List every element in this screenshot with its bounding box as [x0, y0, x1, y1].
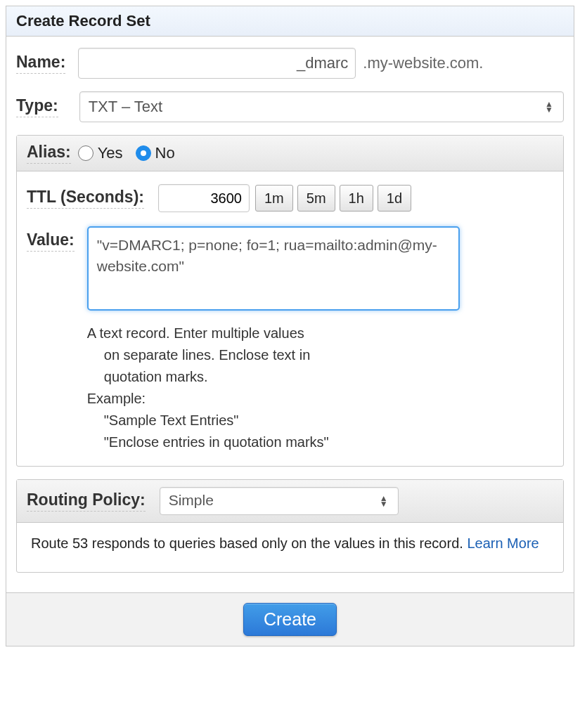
- ttl-1m-button[interactable]: 1m: [255, 185, 293, 212]
- routing-description-text: Route 53 responds to queries based only …: [31, 535, 467, 551]
- name-row: Name: .my-website.com.: [16, 48, 564, 79]
- alias-yes-label: Yes: [98, 144, 123, 162]
- alias-no-radio[interactable]: No: [136, 144, 175, 162]
- name-label: Name:: [16, 53, 65, 74]
- type-select[interactable]: TXT – Text ▲▼: [79, 91, 564, 122]
- alias-no-label: No: [155, 144, 175, 162]
- type-selected-value: TXT – Text: [89, 98, 163, 115]
- routing-select[interactable]: Simple ▲▼: [160, 487, 399, 515]
- learn-more-link[interactable]: Learn More: [467, 535, 539, 551]
- help-line: on separate lines. Enclose text in: [87, 344, 553, 366]
- routing-label: Routing Policy:: [27, 490, 146, 512]
- routing-selected-value: Simple: [169, 492, 214, 508]
- routing-panel: Routing Policy: Simple ▲▼ Route 53 respo…: [16, 479, 564, 573]
- value-help-text: A text record. Enter multiple values on …: [87, 323, 553, 453]
- ttl-input[interactable]: [158, 184, 250, 212]
- alias-body: TTL (Seconds): 1m 5m 1h 1d Value: "v=DMA…: [17, 171, 563, 466]
- help-example-label: Example:: [87, 391, 146, 406]
- type-label: Type:: [16, 96, 58, 117]
- ttl-row: TTL (Seconds): 1m 5m 1h 1d: [27, 184, 553, 212]
- ttl-1h-button[interactable]: 1h: [340, 185, 373, 212]
- domain-suffix: .my-website.com.: [363, 54, 483, 72]
- value-textarea[interactable]: "v=DMARC1; p=none; fo=1; rua=mailto:admi…: [87, 226, 460, 311]
- alias-panel: Alias: Yes No TTL (Seconds): 1m 5m 1h: [16, 135, 564, 467]
- create-record-set-panel: Create Record Set Name: .my-website.com.…: [6, 6, 574, 646]
- radio-icon: [136, 145, 151, 161]
- alias-label: Alias:: [27, 143, 71, 164]
- help-example: "Sample Text Entries": [87, 410, 553, 431]
- value-column: "v=DMARC1; p=none; fo=1; rua=mailto:admi…: [87, 226, 553, 453]
- ttl-1d-button[interactable]: 1d: [378, 185, 411, 212]
- panel-title: Create Record Set: [6, 6, 574, 37]
- chevron-updown-icon: ▲▼: [380, 495, 388, 507]
- type-row: Type: TXT – Text ▲▼: [16, 91, 564, 122]
- routing-header: Routing Policy: Simple ▲▼: [17, 480, 563, 523]
- panel-footer: Create: [6, 592, 574, 646]
- alias-yes-radio[interactable]: Yes: [78, 144, 123, 162]
- name-input[interactable]: [78, 48, 356, 79]
- help-line: A text record. Enter multiple values: [87, 325, 304, 341]
- panel-body: Name: .my-website.com. Type: TXT – Text …: [6, 37, 574, 592]
- ttl-label: TTL (Seconds):: [27, 188, 144, 209]
- radio-icon: [78, 145, 94, 161]
- help-example: "Enclose entries in quotation marks": [87, 431, 553, 453]
- value-row: Value: "v=DMARC1; p=none; fo=1; rua=mail…: [27, 226, 553, 453]
- routing-description: Route 53 responds to queries based only …: [17, 523, 563, 572]
- chevron-updown-icon: ▲▼: [545, 101, 553, 112]
- value-label: Value:: [27, 230, 75, 252]
- help-line: quotation marks.: [87, 366, 553, 388]
- ttl-5m-button[interactable]: 5m: [297, 185, 335, 212]
- create-button[interactable]: Create: [243, 603, 337, 636]
- alias-header: Alias: Yes No: [17, 136, 563, 171]
